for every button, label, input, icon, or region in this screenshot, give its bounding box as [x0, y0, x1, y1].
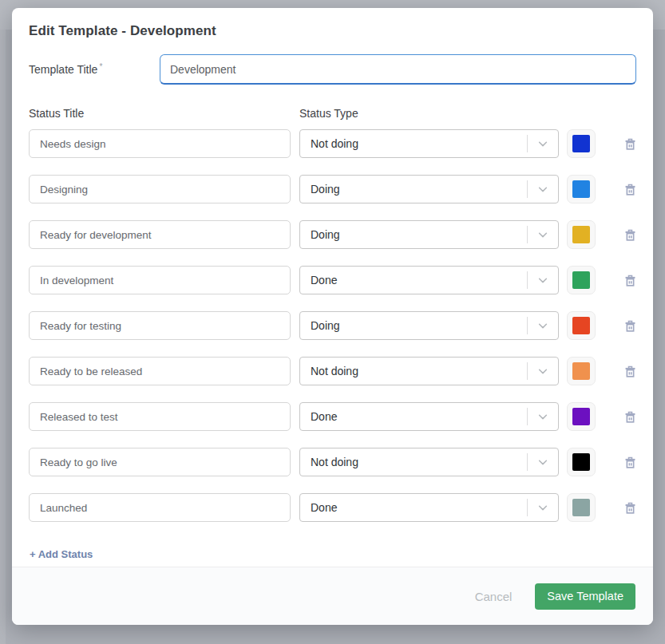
- status-row: Done: [29, 493, 636, 522]
- status-title-column-header: Status Title: [29, 107, 299, 120]
- status-type-select[interactable]: Not doing: [299, 448, 559, 476]
- status-row: Doing: [29, 311, 636, 340]
- status-color-swatch: [572, 499, 590, 516]
- trash-icon: [623, 500, 638, 516]
- delete-status-button[interactable]: [622, 227, 638, 243]
- modal-title: Edit Template - Development: [29, 22, 636, 40]
- chevron-down-icon: [528, 365, 558, 377]
- trash-icon: [623, 455, 638, 470]
- template-title-label: Template Title: [29, 63, 97, 76]
- chevron-down-icon: [528, 138, 558, 149]
- status-color-picker-button[interactable]: [567, 175, 596, 203]
- status-title-input[interactable]: [29, 266, 291, 294]
- status-row: Doing: [29, 175, 636, 203]
- status-type-select[interactable]: Doing: [299, 175, 559, 203]
- modal-body: Edit Template - Development Template Tit…: [12, 8, 653, 561]
- cancel-button[interactable]: Cancel: [475, 590, 513, 603]
- template-title-row: Template Title*: [29, 54, 636, 85]
- status-row: Not doing: [29, 129, 636, 158]
- chevron-down-icon: [528, 229, 558, 240]
- status-color-swatch: [572, 317, 590, 334]
- status-type-select[interactable]: Doing: [299, 311, 559, 340]
- status-color-picker-button[interactable]: [567, 311, 596, 340]
- status-type-select[interactable]: Done: [299, 402, 559, 431]
- status-color-picker-button[interactable]: [567, 129, 596, 158]
- status-color-swatch: [572, 271, 590, 289]
- delete-status-button[interactable]: [622, 181, 638, 197]
- status-row: Done: [29, 266, 636, 294]
- status-type-selected-value: Doing: [300, 319, 527, 332]
- status-type-selected-value: Done: [300, 501, 527, 514]
- status-title-input[interactable]: [29, 402, 291, 431]
- status-row: Done: [29, 402, 636, 431]
- status-color-picker-button[interactable]: [567, 493, 596, 522]
- chevron-down-icon: [528, 456, 558, 468]
- status-title-input[interactable]: [29, 448, 291, 476]
- required-asterisk: *: [99, 62, 102, 71]
- column-headers: Status Title Status Type: [29, 107, 636, 120]
- delete-status-button[interactable]: [622, 136, 638, 152]
- delete-status-button[interactable]: [622, 363, 638, 379]
- trash-icon: [623, 318, 638, 334]
- chevron-down-icon: [528, 184, 558, 195]
- status-type-selected-value: Not doing: [300, 137, 527, 150]
- status-color-picker-button[interactable]: [567, 357, 596, 385]
- status-color-swatch: [572, 408, 590, 425]
- status-type-selected-value: Done: [300, 274, 527, 286]
- status-color-picker-button[interactable]: [567, 402, 596, 431]
- status-type-select[interactable]: Done: [299, 266, 559, 294]
- status-title-input[interactable]: [29, 129, 291, 158]
- trash-icon: [623, 136, 638, 152]
- status-title-input[interactable]: [29, 311, 291, 340]
- delete-status-button[interactable]: [622, 318, 638, 334]
- trash-icon: [623, 182, 638, 197]
- status-color-swatch: [572, 453, 590, 471]
- delete-status-button[interactable]: [622, 500, 638, 516]
- trash-icon: [623, 273, 638, 288]
- template-title-label-wrap: Template Title*: [29, 62, 160, 77]
- status-color-picker-button[interactable]: [567, 266, 596, 294]
- status-type-selected-value: Done: [300, 410, 527, 423]
- delete-status-button[interactable]: [622, 272, 638, 288]
- status-type-select[interactable]: Not doing: [299, 357, 559, 385]
- status-row: Not doing: [29, 448, 636, 476]
- trash-icon: [623, 364, 638, 379]
- status-type-selected-value: Not doing: [300, 456, 527, 468]
- trash-icon: [623, 409, 638, 425]
- status-rows: Not doing Doing: [29, 129, 636, 522]
- status-type-select[interactable]: Doing: [299, 220, 559, 249]
- chevron-down-icon: [528, 502, 558, 513]
- status-title-input[interactable]: [29, 357, 291, 385]
- status-color-picker-button[interactable]: [567, 220, 596, 249]
- status-title-input[interactable]: [29, 220, 291, 249]
- add-status-link[interactable]: + Add Status: [30, 548, 93, 560]
- status-row: Doing: [29, 220, 636, 249]
- status-type-selected-value: Doing: [300, 183, 527, 196]
- modal-footer: Cancel Save Template: [12, 567, 653, 625]
- status-type-select[interactable]: Done: [299, 493, 559, 522]
- status-color-swatch: [572, 180, 590, 198]
- template-title-input[interactable]: [160, 54, 636, 85]
- chevron-down-icon: [528, 275, 558, 286]
- chevron-down-icon: [528, 411, 558, 422]
- edit-template-modal: Edit Template - Development Template Tit…: [12, 8, 653, 625]
- delete-status-button[interactable]: [622, 409, 638, 425]
- status-title-input[interactable]: [29, 493, 291, 522]
- status-color-swatch: [572, 362, 590, 380]
- status-row: Not doing: [29, 357, 636, 385]
- status-title-input[interactable]: [29, 175, 291, 203]
- trash-icon: [623, 227, 638, 243]
- status-color-picker-button[interactable]: [567, 448, 596, 476]
- delete-status-button[interactable]: [622, 454, 638, 470]
- chevron-down-icon: [528, 320, 558, 331]
- status-color-swatch: [572, 135, 590, 152]
- status-type-selected-value: Not doing: [300, 365, 527, 377]
- status-color-swatch: [572, 226, 590, 243]
- status-type-select[interactable]: Not doing: [299, 129, 559, 158]
- save-template-button[interactable]: Save Template: [535, 583, 635, 610]
- status-type-selected-value: Doing: [300, 228, 527, 241]
- status-type-column-header: Status Type: [299, 107, 358, 120]
